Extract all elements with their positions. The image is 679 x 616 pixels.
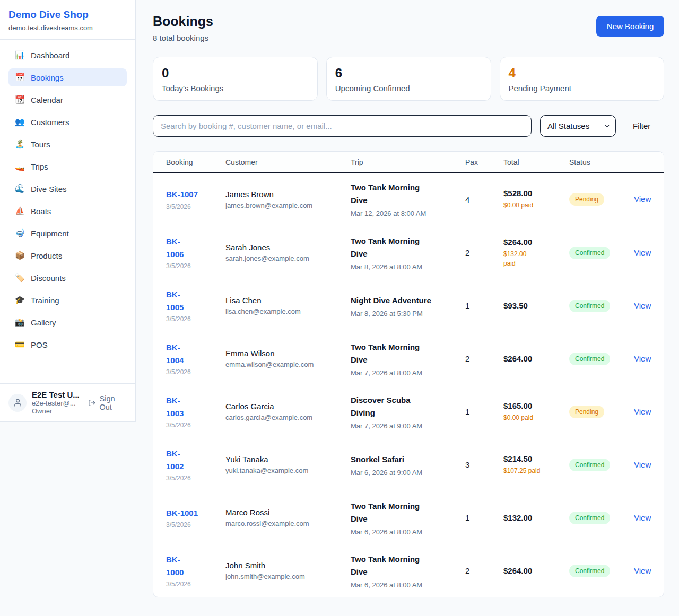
- sidebar-item-pos[interactable]: 💳 POS: [8, 336, 127, 354]
- booking-cell: BK-1007 3/5/2026: [166, 188, 225, 210]
- trip-datetime: Mar 7, 2026 at 8:00 AM: [351, 369, 465, 377]
- sidebar-item-label: Customers: [31, 118, 69, 127]
- bookings-count: 8 total bookings: [153, 33, 213, 42]
- total-cell: $93.50: [503, 301, 569, 310]
- view-link[interactable]: View: [634, 407, 651, 416]
- total-amount: $528.00: [503, 189, 569, 198]
- status-badge: Pending: [569, 406, 604, 418]
- pax-count: 2: [465, 566, 503, 575]
- trip-datetime: Mar 6, 2026 at 9:00 AM: [351, 469, 465, 477]
- status-filter-select[interactable]: All Statuses: [540, 115, 616, 137]
- trip-cell: Discover Scuba Diving Mar 7, 2026 at 9:0…: [351, 394, 465, 430]
- sidebar-item-customers[interactable]: 👥 Customers: [8, 113, 127, 131]
- sidebar-item-dive-sites[interactable]: 🌊 Dive Sites: [8, 180, 127, 198]
- status-badge: Confirmed: [569, 512, 610, 524]
- booking-id-link[interactable]: BK-1001: [166, 507, 198, 519]
- booking-cell: BK- 1000 3/5/2026: [166, 553, 225, 588]
- trip-name: Two Tank Morning Dive: [351, 181, 465, 207]
- stats-row: 0 Today's Bookings 6 Upcoming Confirmed …: [153, 57, 664, 101]
- status-cell: Pending: [569, 193, 634, 206]
- status-badge: Confirmed: [569, 353, 610, 365]
- action-cell: View: [634, 354, 651, 364]
- sidebar-item-label: Tours: [31, 140, 50, 149]
- total-amount: $132.00: [503, 513, 569, 522]
- bookings-table: Booking Customer Trip Pax Total Status B…: [153, 151, 664, 597]
- sidebar-item-equipment[interactable]: 🤿 Equipment: [8, 224, 127, 242]
- booking-id-link[interactable]: BK- 1002: [166, 447, 184, 472]
- sign-out-button[interactable]: Sign Out: [88, 394, 127, 411]
- customer-email: emma.wilson@example.com: [225, 360, 351, 368]
- sailboat-icon: ⛵: [15, 206, 24, 216]
- sidebar-item-products[interactable]: 📦 Products: [8, 247, 127, 265]
- view-link[interactable]: View: [634, 248, 651, 257]
- total-amount: $264.00: [503, 237, 569, 247]
- trip-datetime: Mar 12, 2026 at 8:00 AM: [351, 209, 465, 217]
- booking-id-link[interactable]: BK- 1006: [166, 235, 184, 260]
- view-link[interactable]: View: [634, 566, 651, 575]
- booking-id-link[interactable]: BK- 1000: [166, 553, 184, 578]
- sidebar-item-calendar[interactable]: 📆 Calendar: [8, 91, 127, 109]
- action-cell: View: [634, 407, 651, 417]
- sidebar-item-label: Trips: [31, 162, 48, 171]
- sidebar-item-trips[interactable]: 🚤 Trips: [8, 157, 127, 175]
- view-link[interactable]: View: [634, 195, 651, 204]
- trip-cell: Two Tank Morning Dive Mar 12, 2026 at 8:…: [351, 181, 465, 217]
- pax-count: 1: [465, 513, 503, 522]
- booking-id-link[interactable]: BK-1007: [166, 188, 198, 200]
- action-cell: View: [634, 195, 651, 204]
- stat-card-today-s-bookings: 0 Today's Bookings: [153, 57, 318, 101]
- booking-date: 3/5/2026: [166, 580, 225, 588]
- trip-cell: Night Dive Adventure Mar 8, 2026 at 5:30…: [351, 294, 465, 318]
- view-link[interactable]: View: [634, 513, 651, 522]
- paid-amount: $0.00 paid: [503, 200, 569, 210]
- paid-amount: $0.00 paid: [503, 413, 569, 423]
- sidebar-item-label: Discounts: [31, 274, 66, 283]
- table-row: BK- 1006 3/5/2026 Sarah Jones sarah.jone…: [153, 226, 664, 279]
- sidebar-nav: 📊 Dashboard 📅 Bookings 📆 Calendar 👥 Cust…: [0, 40, 135, 383]
- customer-cell: Yuki Tanaka yuki.tanaka@example.com: [225, 455, 351, 474]
- total-cell: $264.00: [503, 354, 569, 363]
- booking-id-link[interactable]: BK- 1003: [166, 394, 184, 419]
- action-cell: View: [634, 301, 651, 311]
- sidebar-item-label: Bookings: [31, 73, 64, 82]
- customer-name: Yuki Tanaka: [225, 455, 351, 464]
- booking-date: 3/5/2026: [166, 262, 225, 270]
- column-header-total: Total: [503, 158, 569, 166]
- status-cell: Confirmed: [569, 565, 634, 577]
- sidebar-item-bookings[interactable]: 📅 Bookings: [8, 68, 127, 86]
- app-window: Demo Dive Shop demo.test.divestreams.com…: [0, 0, 679, 616]
- view-link[interactable]: View: [634, 354, 651, 363]
- people-icon: 👥: [15, 117, 24, 127]
- view-link[interactable]: View: [634, 460, 651, 469]
- sidebar-item-boats[interactable]: ⛵ Boats: [8, 202, 127, 220]
- customer-email: yuki.tanaka@example.com: [225, 467, 351, 474]
- new-booking-button[interactable]: New Booking: [596, 16, 664, 37]
- status-badge: Confirmed: [569, 300, 610, 312]
- sidebar-item-tours[interactable]: 🏝️ Tours: [8, 135, 127, 153]
- total-cell: $264.00 $132.00 paid: [503, 237, 569, 268]
- page-title: Bookings: [153, 14, 213, 29]
- customer-email: john.smith@example.com: [225, 573, 351, 580]
- total-amount: $214.50: [503, 454, 569, 463]
- trip-cell: Two Tank Morning Dive Mar 6, 2026 at 8:0…: [351, 553, 465, 589]
- sidebar-item-gallery[interactable]: 📸 Gallery: [8, 313, 127, 331]
- customer-cell: Emma Wilson emma.wilson@example.com: [225, 349, 351, 368]
- booking-id-link[interactable]: BK- 1005: [166, 288, 184, 313]
- sidebar: Demo Dive Shop demo.test.divestreams.com…: [0, 0, 136, 422]
- table-row: BK-1001 3/5/2026 Marco Rossi marco.rossi…: [153, 491, 664, 544]
- action-cell: View: [634, 513, 651, 523]
- booking-date: 3/5/2026: [166, 368, 225, 376]
- sidebar-item-dashboard[interactable]: 📊 Dashboard: [8, 46, 127, 64]
- trip-name: Snorkel Safari: [351, 453, 465, 466]
- sidebar-item-label: Products: [31, 251, 62, 260]
- view-link[interactable]: View: [634, 301, 651, 310]
- sidebar-item-training[interactable]: 🎓 Training: [8, 291, 127, 309]
- booking-id-link[interactable]: BK- 1004: [166, 341, 184, 366]
- sidebar-item-discounts[interactable]: 🏷️ Discounts: [8, 269, 127, 287]
- action-cell: View: [634, 460, 651, 470]
- filter-label[interactable]: Filter: [633, 121, 650, 130]
- user-email: e2e-tester@...: [32, 399, 82, 407]
- search-input[interactable]: [153, 115, 532, 137]
- booking-date: 3/5/2026: [166, 521, 225, 529]
- booking-cell: BK- 1003 3/5/2026: [166, 394, 225, 429]
